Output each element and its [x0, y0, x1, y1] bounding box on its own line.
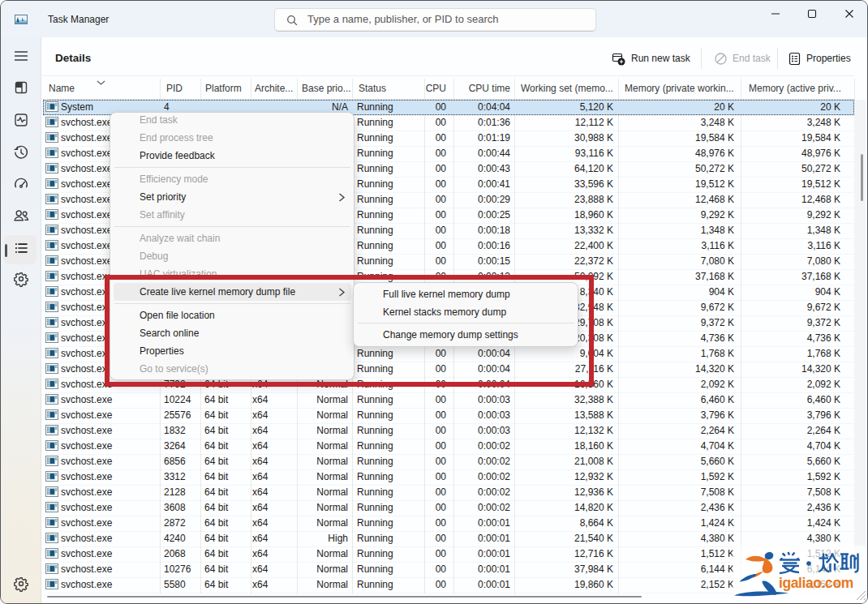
svg-text:igaliao.com: igaliao.com	[779, 575, 853, 591]
